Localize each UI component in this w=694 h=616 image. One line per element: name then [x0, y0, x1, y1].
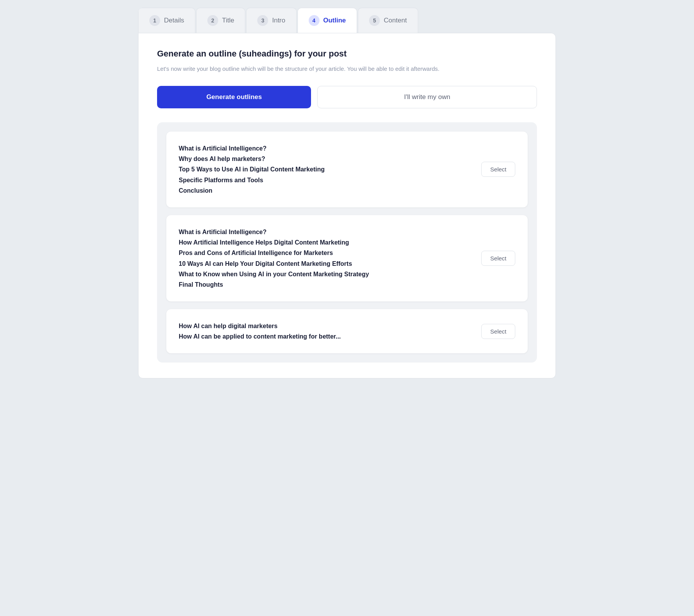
outline-2-item-6: Final Thoughts: [179, 279, 472, 290]
tabs-bar: 1 Details 2 Title 3 Intro 4 Outline 5 Co…: [138, 8, 556, 33]
outline-3-item-2: How AI can be applied to content marketi…: [179, 331, 472, 342]
outline-items-1: What is Artificial Intelligence? Why doe…: [179, 143, 472, 196]
tab-label-outline: Outline: [323, 17, 346, 24]
outline-1-item-4: Specific Platforms and Tools: [179, 175, 472, 185]
tab-content[interactable]: 5 Content: [358, 8, 418, 33]
section-title: Generate an outline (suheadings) for you…: [157, 49, 537, 59]
outline-2-item-5: What to Know when Using AI in your Conte…: [179, 269, 472, 279]
tab-outline[interactable]: 4 Outline: [297, 8, 357, 33]
outline-2-item-4: 10 Ways AI can Help Your Digital Content…: [179, 258, 472, 269]
write-own-button[interactable]: I'll write my own: [317, 86, 537, 108]
outline-2-item-3: Pros and Cons of Artificial Intelligence…: [179, 248, 472, 258]
outline-2-item-2: How Artificial Intelligence Helps Digita…: [179, 237, 472, 248]
outline-card-1: What is Artificial Intelligence? Why doe…: [166, 132, 528, 207]
outline-1-item-5: Conclusion: [179, 185, 472, 196]
select-button-1[interactable]: Select: [481, 162, 515, 177]
tab-label-title: Title: [222, 17, 234, 24]
tab-number-3: 3: [257, 15, 268, 26]
outline-card-3: How AI can help digital marketers How AI…: [166, 309, 528, 353]
tab-number-4: 4: [309, 15, 320, 26]
select-button-2[interactable]: Select: [481, 251, 515, 266]
main-content-area: Generate an outline (suheadings) for you…: [138, 33, 556, 378]
outline-2-item-1: What is Artificial Intelligence?: [179, 227, 472, 237]
outlines-container: What is Artificial Intelligence? Why doe…: [157, 122, 537, 363]
tab-number-2: 2: [207, 15, 218, 26]
tab-number-5: 5: [369, 15, 380, 26]
outline-1-item-1: What is Artificial Intelligence?: [179, 143, 472, 154]
outline-1-item-3: Top 5 Ways to Use AI in Digital Content …: [179, 164, 472, 175]
tab-intro[interactable]: 3 Intro: [246, 8, 296, 33]
outline-items-2: What is Artificial Intelligence? How Art…: [179, 227, 472, 290]
tab-details[interactable]: 1 Details: [138, 8, 195, 33]
action-buttons: Generate outlines I'll write my own: [157, 86, 537, 108]
tab-title[interactable]: 2 Title: [196, 8, 246, 33]
generate-outlines-button[interactable]: Generate outlines: [157, 86, 311, 108]
tab-label-content: Content: [384, 17, 407, 24]
outline-3-item-1: How AI can help digital marketers: [179, 321, 472, 331]
page-container: 1 Details 2 Title 3 Intro 4 Outline 5 Co…: [138, 8, 556, 608]
select-button-3[interactable]: Select: [481, 324, 515, 339]
outline-items-3: How AI can help digital marketers How AI…: [179, 321, 472, 342]
section-description: Let's now write your blog outline which …: [157, 64, 537, 74]
tab-label-details: Details: [164, 17, 184, 24]
tab-number-1: 1: [149, 15, 160, 26]
outline-card-2: What is Artificial Intelligence? How Art…: [166, 215, 528, 301]
outline-1-item-2: Why does AI help marketers?: [179, 154, 472, 164]
tab-label-intro: Intro: [272, 17, 285, 24]
